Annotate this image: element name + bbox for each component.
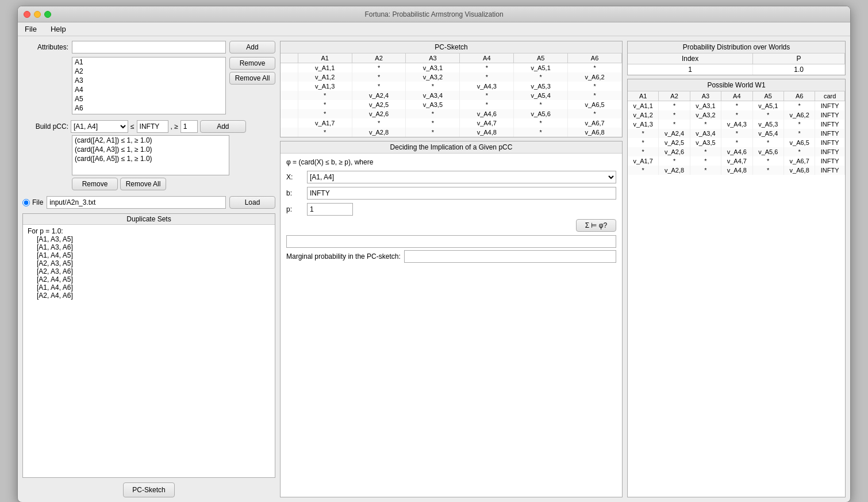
sketch-cell: v_A2,6 — [352, 109, 406, 118]
world-col-header: A1 — [628, 91, 659, 101]
sketch-col-header: A4 — [460, 53, 514, 63]
world-cell: v_A3,2 — [690, 110, 721, 120]
world-col-header: A5 — [752, 91, 783, 101]
possible-world-scroll[interactable]: A1A2A3A4A5A6card v_A1,1*v_A3,1*v_A5,1*IN… — [628, 91, 845, 493]
prob-index-header: Index — [628, 53, 753, 64]
file-path-input[interactable] — [47, 196, 226, 209]
world-cell: v_A4,8 — [721, 166, 752, 175]
remove-all-attributes-button[interactable]: Remove All — [229, 72, 275, 85]
menu-help[interactable]: Help — [48, 24, 68, 35]
prob-p-cell: 1.0 — [753, 64, 845, 75]
implication-body: φ = (card(X) ≤ b, ≥ p), where X: [A1, A4… — [281, 154, 622, 267]
pc-sketch-panel: PC-Sketch A1A2A3A4A5A6 v_A1,1*v_A3,1*v_A… — [280, 41, 623, 137]
sketch-row: v_A1,7**v_A4,7*v_A6,7 — [281, 118, 622, 128]
world-row: *v_A2,6*v_A4,6v_A5,6*INFTY — [628, 147, 845, 156]
impl-b-label: b: — [286, 189, 304, 197]
minimize-button[interactable] — [34, 11, 41, 18]
pcc-p-input[interactable] — [180, 120, 198, 133]
pcc-x-select[interactable]: [A1, A4][A2, A3][A4, A5] — [71, 120, 128, 133]
file-label: File — [32, 198, 43, 206]
pc-sketch-button[interactable]: PC-Sketch — [123, 482, 175, 497]
sketch-cell: * — [460, 63, 514, 73]
load-button[interactable]: Load — [229, 196, 275, 209]
world-row: v_A1,1*v_A3,1*v_A5,1*INFTY — [628, 101, 845, 111]
sketch-cell: v_A5,1 — [514, 63, 568, 73]
close-button[interactable] — [24, 11, 30, 18]
file-radio[interactable] — [22, 199, 30, 206]
list-item[interactable]: A5 — [72, 94, 225, 104]
world-cell: v_A6,7 — [783, 156, 815, 166]
attributes-input[interactable] — [72, 41, 226, 53]
sketch-cell: * — [460, 100, 514, 109]
duplicate-sets-content: For p = 1.0:[A1, A3, A5][A1, A3, A6][A1,… — [23, 225, 275, 474]
world-row: *v_A2,8*v_A4,8*v_A6,8INFTY — [628, 166, 845, 175]
prob-dist-body: 11.0 — [628, 64, 845, 75]
left-panel: Attributes: Add A1A2A3A4A5A6 Remove Remo… — [22, 41, 275, 497]
world-cell: * — [783, 147, 815, 156]
sketch-cell: * — [568, 63, 622, 73]
sketch-cell: * — [568, 109, 622, 118]
world-cell: * — [721, 110, 752, 120]
sigma-entails-button[interactable]: Σ ⊨ φ? — [576, 219, 616, 232]
world-cell: * — [659, 156, 690, 166]
menu-bar: File Help — [18, 22, 850, 36]
list-item[interactable]: A3 — [72, 76, 225, 85]
impl-p-input[interactable] — [307, 203, 353, 216]
marginal-input[interactable] — [404, 250, 616, 263]
world-cell: INFTY — [815, 120, 845, 129]
world-cell: v_A5,6 — [752, 147, 783, 156]
remove-attribute-button[interactable]: Remove — [229, 57, 275, 70]
file-radio-label[interactable]: File — [22, 198, 43, 206]
sketch-cell: * — [514, 118, 568, 128]
prob-row: 11.0 — [628, 64, 845, 75]
world-col-header: A2 — [659, 91, 690, 101]
sketch-cell: * — [406, 82, 460, 91]
sketch-cell: * — [460, 72, 514, 82]
pc-sketch-title: PC-Sketch — [281, 41, 622, 53]
list-item[interactable]: A6 — [72, 104, 225, 113]
sketch-cell: v_A2,4 — [352, 91, 406, 100]
list-item[interactable]: A4 — [72, 85, 225, 94]
remove-pcc-button[interactable]: Remove — [72, 178, 118, 190]
sketch-cell: v_A5,3 — [514, 82, 568, 91]
sketch-cell: v_A3,4 — [406, 91, 460, 100]
list-item[interactable]: A1 — [72, 58, 225, 67]
dup-set-item: [A1, A4, A6] — [28, 283, 270, 292]
sketch-cell: v_A5,6 — [514, 109, 568, 118]
sketch-cell: * — [460, 91, 514, 100]
impl-b-input[interactable] — [307, 187, 616, 200]
world-cell: v_A1,3 — [628, 120, 659, 129]
maximize-button[interactable] — [44, 11, 51, 18]
result-input[interactable] — [286, 235, 616, 248]
world-cell: v_A3,4 — [690, 129, 721, 138]
world-cell: v_A6,2 — [783, 110, 815, 120]
add-attribute-button[interactable]: Add — [229, 41, 275, 53]
menu-file[interactable]: File — [22, 24, 39, 35]
impl-x-select[interactable]: [A1, A4][A2, A3][A4, A5] — [307, 171, 616, 183]
sketch-cell: * — [514, 100, 568, 109]
prob-dist-table: Index P 11.0 — [628, 53, 845, 75]
possible-world-panel: Possible World W1 A1A2A3A4A5A6card v_A1,… — [627, 79, 846, 497]
world-cell: * — [659, 101, 690, 111]
world-cell: v_A2,6 — [659, 147, 690, 156]
world-header-row: A1A2A3A4A5A6card — [628, 91, 845, 101]
window-title: Fortuna: Probabilistic Armstrong Visuali… — [364, 10, 503, 18]
world-cell: v_A1,7 — [628, 156, 659, 166]
world-col-header: A4 — [721, 91, 752, 101]
sketch-cell: v_A3,1 — [406, 63, 460, 73]
pc-sketch-table-wrapper[interactable]: A1A2A3A4A5A6 v_A1,1*v_A3,1*v_A5,1*v_A1,2… — [281, 53, 622, 137]
world-cell: * — [628, 166, 659, 175]
sketch-cell: v_A5,4 — [514, 91, 568, 100]
impl-b-row: b: — [286, 187, 616, 200]
list-item[interactable]: A2 — [72, 67, 225, 76]
world-cell: v_A5,4 — [752, 129, 783, 138]
world-cell: * — [690, 166, 721, 175]
pcc-b-input[interactable] — [137, 120, 168, 133]
add-pcc-button[interactable]: Add — [200, 120, 246, 133]
remove-all-pcc-button[interactable]: Remove All — [120, 178, 166, 190]
sketch-cell: v_A4,3 — [460, 82, 514, 91]
sketch-cell: * — [352, 63, 406, 73]
title-bar: Fortuna: Probabilistic Armstrong Visuali… — [18, 6, 850, 22]
world-cell: * — [659, 120, 690, 129]
sketch-cell: * — [406, 109, 460, 118]
